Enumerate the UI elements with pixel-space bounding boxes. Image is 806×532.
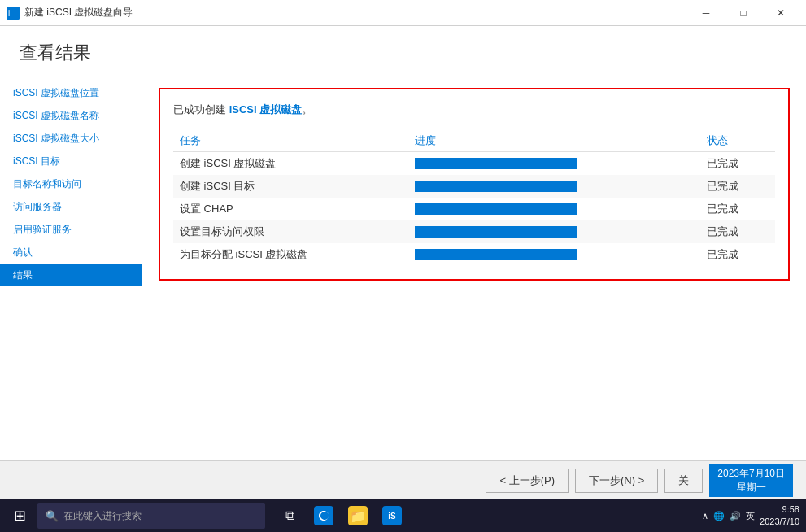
col-progress: 进度	[408, 130, 701, 152]
search-icon: 🔍	[46, 510, 59, 522]
task-progress	[408, 243, 701, 266]
edge-icon	[314, 506, 333, 525]
progress-bar-fill	[415, 181, 577, 192]
window-body: 查看结果 iSCSI 虚拟磁盘位置 iSCSI 虚拟磁盘名称 iSCSI 虚拟磁…	[0, 26, 806, 499]
window-icon: i	[7, 7, 20, 20]
sidebar-item-confirm[interactable]: 确认	[0, 241, 142, 264]
sidebar-item-access-server[interactable]: 访问服务器	[0, 195, 142, 218]
taskbar-date-display: 2023/7/10	[760, 516, 799, 528]
table-row: 设置目标访问权限已完成	[173, 220, 775, 243]
main-panel: 已成功创建 iSCSI 虚拟磁盘。 任务 进度 状态 创建 iSCSI 虚拟磁盘…	[142, 75, 806, 460]
progress-bar-container	[415, 203, 577, 215]
maximize-button[interactable]: □	[725, 0, 762, 26]
progress-bar-fill	[415, 158, 577, 169]
result-box: 已成功创建 iSCSI 虚拟磁盘。 任务 进度 状态 创建 iSCSI 虚拟磁盘…	[159, 88, 790, 281]
sidebar-item-target-name[interactable]: 目标名称和访问	[0, 172, 142, 195]
minimize-button[interactable]: ─	[687, 0, 725, 26]
datetime-display: 2023年7月10日 星期一	[709, 464, 793, 498]
taskbar-app-edge[interactable]	[307, 499, 340, 532]
table-row: 为目标分配 iSCSI 虚拟磁盘已完成	[173, 243, 775, 266]
task-name: 创建 iSCSI 虚拟磁盘	[173, 152, 408, 176]
task-name: 设置 CHAP	[173, 198, 408, 220]
progress-bar-fill	[415, 203, 577, 215]
task-progress	[408, 220, 701, 243]
task-status: 已完成	[700, 243, 775, 266]
svg-text:i: i	[8, 9, 10, 18]
task-status: 已完成	[700, 198, 775, 220]
close-button[interactable]: ✕	[762, 0, 799, 26]
tray-lang[interactable]: 英	[746, 510, 755, 522]
result-table: 任务 进度 状态 创建 iSCSI 虚拟磁盘已完成创建 iSCSI 目标已完成设…	[173, 130, 775, 266]
footer: < 上一步(P) 下一步(N) > 关 2023年7月10日 星期一	[0, 460, 806, 499]
sidebar-item-iscsi-target[interactable]: iSCSI 目标	[0, 150, 142, 172]
taskbar-app-taskview[interactable]: ⧉	[273, 499, 306, 532]
task-name: 设置目标访问权限	[173, 220, 408, 243]
col-status: 状态	[700, 130, 775, 152]
success-message: 已成功创建 iSCSI 虚拟磁盘。	[173, 102, 775, 117]
progress-bar-container	[415, 249, 577, 260]
task-status: 已完成	[700, 152, 775, 176]
tray-volume-icon[interactable]: 🔊	[730, 511, 741, 521]
progress-bar-container	[415, 181, 577, 192]
progress-bar-container	[415, 226, 577, 238]
task-progress	[408, 175, 701, 198]
task-status: 已完成	[700, 175, 775, 198]
taskbar-app-explorer[interactable]: 📁	[342, 499, 374, 532]
taskbar-apps: ⧉ 📁 iS	[273, 499, 408, 532]
task-name: 为目标分配 iSCSI 虚拟磁盘	[173, 243, 408, 266]
page-title: 查看结果	[20, 41, 786, 65]
search-bar[interactable]: 🔍 在此键入进行搜索	[37, 503, 265, 529]
task-status: 已完成	[700, 220, 775, 243]
window-title: 新建 iSCSI 虚拟磁盘向导	[24, 6, 687, 20]
tray-chevron[interactable]: ∧	[702, 511, 708, 521]
taskview-icon: ⧉	[280, 506, 299, 525]
task-name: 创建 iSCSI 目标	[173, 175, 408, 198]
sidebar-item-result[interactable]: 结果	[0, 264, 142, 286]
taskbar-time-display: 9:58	[760, 504, 799, 516]
task-progress	[408, 152, 701, 176]
window-controls: ─ □ ✕	[687, 0, 799, 26]
table-row: 设置 CHAP已完成	[173, 198, 775, 220]
sidebar-item-vdisk-location[interactable]: iSCSI 虚拟磁盘位置	[0, 81, 142, 104]
sidebar-item-vdisk-name[interactable]: iSCSI 虚拟磁盘名称	[0, 104, 142, 127]
table-row: 创建 iSCSI 虚拟磁盘已完成	[173, 152, 775, 176]
date-display: 2023年7月10日	[717, 467, 785, 481]
progress-bar-fill	[415, 226, 577, 238]
page-header: 查看结果	[0, 26, 806, 75]
task-progress	[408, 198, 701, 220]
next-button[interactable]: 下一步(N) >	[575, 469, 658, 493]
content-area: iSCSI 虚拟磁盘位置 iSCSI 虚拟磁盘名称 iSCSI 虚拟磁盘大小 i…	[0, 75, 806, 460]
tray-globe-icon: 🌐	[713, 511, 725, 521]
taskbar: ⊞ 🔍 在此键入进行搜索 ⧉ 📁 iS ∧ 🌐 🔊 英 9:58 202	[0, 499, 806, 532]
prev-button[interactable]: < 上一步(P)	[486, 469, 569, 493]
search-placeholder: 在此键入进行搜索	[63, 509, 142, 523]
start-button[interactable]: ⊞	[3, 499, 36, 532]
title-bar: i 新建 iSCSI 虚拟磁盘向导 ─ □ ✕	[0, 0, 806, 26]
progress-bar-fill	[415, 249, 577, 260]
sidebar-item-auth[interactable]: 启用验证服务	[0, 218, 142, 241]
col-task: 任务	[173, 130, 408, 152]
sidebar: iSCSI 虚拟磁盘位置 iSCSI 虚拟磁盘名称 iSCSI 虚拟磁盘大小 i…	[0, 75, 142, 460]
progress-bar-container	[415, 158, 577, 169]
taskbar-app-iscsi[interactable]: iS	[376, 499, 408, 532]
taskbar-clock[interactable]: 9:58 2023/7/10	[760, 504, 799, 529]
weekday-display: 星期一	[717, 481, 785, 495]
system-tray: ∧ 🌐 🔊 英 9:58 2023/7/10	[702, 504, 803, 529]
iscsi-app-icon: iS	[382, 506, 402, 525]
table-row: 创建 iSCSI 目标已完成	[173, 175, 775, 198]
sidebar-item-vdisk-size[interactable]: iSCSI 虚拟磁盘大小	[0, 127, 142, 150]
explorer-icon: 📁	[348, 506, 368, 525]
close-button-footer[interactable]: 关	[664, 469, 703, 493]
